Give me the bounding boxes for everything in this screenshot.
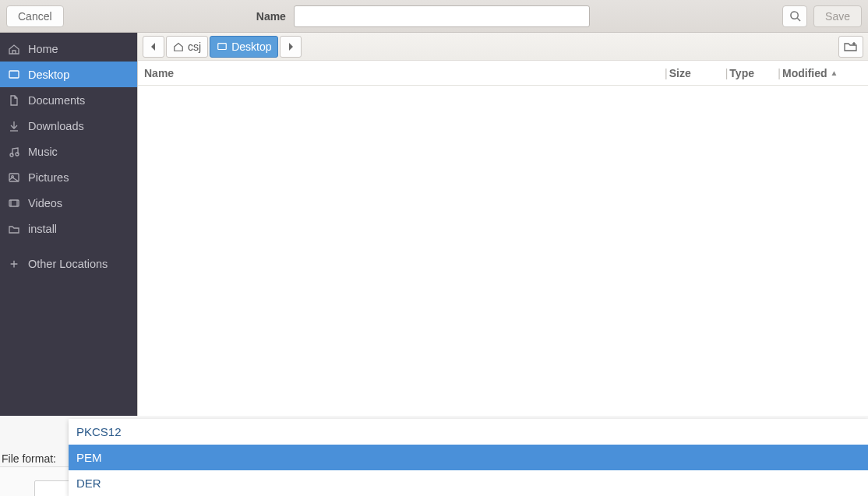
svg-point-3 (10, 153, 13, 157)
places-sidebar: Home Desktop Documents Downloads Music (0, 33, 137, 416)
sidebar-item-label: Home (28, 43, 58, 55)
home-icon (173, 41, 184, 52)
dialog-header: Cancel Name Save (0, 0, 868, 33)
sidebar-item-desktop[interactable]: Desktop (0, 62, 137, 87)
obscured-fragment (34, 480, 72, 496)
format-option-pem[interactable]: PEM (69, 445, 868, 470)
file-list-area[interactable] (138, 86, 868, 416)
sidebar-item-label: Other Locations (28, 258, 108, 270)
sidebar-item-label: Videos (28, 197, 62, 209)
file-format-label: File format: (0, 452, 56, 465)
new-folder-icon (844, 40, 858, 53)
column-separator: | (663, 67, 669, 79)
save-button[interactable]: Save (813, 5, 862, 27)
format-option-pkcs12[interactable]: PKCS12 (69, 419, 868, 445)
sort-ascending-icon: ▲ (831, 69, 838, 77)
path-bar: csj Desktop (138, 33, 868, 61)
svg-line-1 (797, 18, 800, 21)
desktop-icon (8, 69, 20, 81)
column-header-name[interactable]: Name (138, 67, 663, 79)
sidebar-item-documents[interactable]: Documents (0, 87, 137, 113)
column-header-row: Name | Size | Type | Modified ▲ (138, 61, 868, 86)
sidebar-item-label: Documents (28, 94, 85, 107)
path-segment-label: Desktop (231, 40, 271, 53)
videos-icon (8, 197, 20, 209)
svg-rect-8 (218, 43, 227, 49)
plus-icon (8, 258, 20, 270)
chevron-left-icon (150, 43, 157, 51)
column-header-type[interactable]: Type (729, 67, 776, 79)
header-actions: Save (782, 5, 862, 27)
column-header-size[interactable]: Size (669, 67, 724, 79)
column-header-modified-label: Modified (782, 67, 827, 79)
file-format-dropdown[interactable]: PKCS12 PEM DER (69, 419, 868, 496)
new-folder-button[interactable] (838, 36, 863, 58)
main-panel: csj Desktop Name | Size | Type | Modifie… (137, 33, 868, 416)
pictures-icon (8, 171, 20, 184)
documents-icon (8, 94, 20, 107)
column-separator: | (724, 67, 730, 79)
cancel-button[interactable]: Cancel (6, 5, 64, 27)
name-label: Name (256, 10, 286, 23)
dialog-body: Home Desktop Documents Downloads Music (0, 33, 868, 416)
search-button[interactable] (782, 5, 807, 27)
column-header-modified[interactable]: Modified ▲ (782, 67, 868, 79)
path-segment-label: csj (188, 40, 201, 53)
home-icon (8, 43, 20, 55)
music-icon (8, 146, 20, 158)
sidebar-item-home[interactable]: Home (0, 36, 137, 62)
svg-rect-2 (9, 71, 19, 78)
name-field-group: Name (70, 5, 776, 27)
downloads-icon (8, 120, 20, 132)
sidebar-item-other-locations[interactable]: Other Locations (0, 251, 137, 276)
svg-point-0 (790, 12, 797, 19)
filename-input[interactable] (294, 5, 590, 27)
sidebar-item-pictures[interactable]: Pictures (0, 164, 137, 190)
sidebar-item-downloads[interactable]: Downloads (0, 113, 137, 139)
format-option-der[interactable]: DER (69, 470, 868, 496)
path-forward-button[interactable] (280, 36, 302, 58)
sidebar-item-music[interactable]: Music (0, 139, 137, 164)
path-segment-csj[interactable]: csj (166, 36, 208, 58)
column-separator: | (776, 67, 782, 79)
search-icon (789, 10, 801, 22)
path-segment-desktop[interactable]: Desktop (210, 36, 278, 58)
sidebar-item-videos[interactable]: Videos (0, 190, 137, 216)
sidebar-item-label: Pictures (28, 171, 69, 184)
folder-icon (8, 223, 20, 235)
desktop-icon (217, 41, 228, 52)
chevron-right-icon (288, 43, 294, 51)
sidebar-item-label: Downloads (28, 120, 84, 132)
sidebar-item-label: install (28, 223, 57, 235)
path-back-button[interactable] (143, 36, 164, 58)
sidebar-item-label: Desktop (28, 69, 69, 81)
sidebar-item-install[interactable]: install (0, 216, 137, 241)
svg-point-4 (16, 153, 19, 156)
sidebar-item-label: Music (28, 146, 58, 158)
